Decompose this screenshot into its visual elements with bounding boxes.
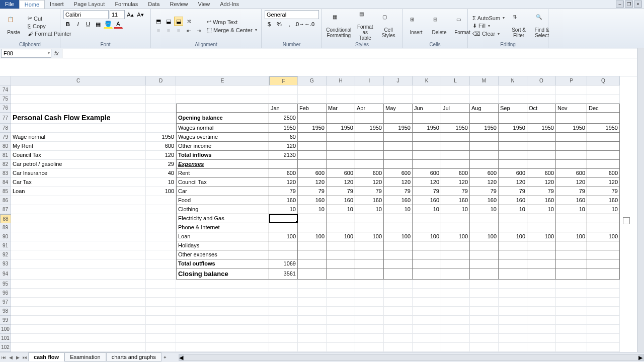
cell-styles-button[interactable]: ▢Cell Styles (378, 13, 399, 39)
cell-I83[interactable]: 600 (355, 169, 384, 178)
cell-Q87[interactable]: 10 (587, 205, 620, 214)
cell-N93[interactable] (499, 259, 527, 268)
cell-J98[interactable] (384, 307, 413, 316)
cell-Q85[interactable]: 79 (587, 187, 620, 196)
cell-O90[interactable]: 100 (527, 232, 556, 241)
cell-J84[interactable]: 120 (384, 178, 413, 187)
cell-N90[interactable]: 100 (499, 232, 527, 241)
cell-J80[interactable] (384, 142, 413, 151)
row-header-93[interactable]: 93 (0, 259, 11, 268)
cell-H96[interactable] (327, 289, 355, 298)
cell-Q74[interactable] (587, 85, 620, 95)
cell-N98[interactable] (499, 307, 527, 316)
cell-E94[interactable]: Closing balance (176, 268, 269, 280)
cell-I95[interactable] (355, 280, 384, 289)
cell-G80[interactable] (298, 142, 327, 151)
cell-K91[interactable] (413, 241, 441, 250)
cell-L80[interactable] (441, 142, 470, 151)
font-color-button[interactable]: A (114, 20, 123, 29)
cell-I84[interactable]: 120 (355, 178, 384, 187)
cell-N79[interactable] (499, 133, 527, 142)
cell-C98[interactable] (11, 307, 146, 316)
cell-J91[interactable] (384, 241, 413, 250)
cell-L87[interactable]: 10 (441, 205, 470, 214)
cell-P101[interactable] (556, 334, 587, 343)
row-header-99[interactable]: 99 (0, 316, 11, 325)
cell-L89[interactable] (441, 223, 470, 232)
cell-L79[interactable] (441, 133, 470, 142)
cell-I74[interactable] (355, 85, 384, 95)
row-header-95[interactable]: 95 (0, 280, 11, 289)
row-header-87[interactable]: 87 (0, 205, 11, 214)
tab-page-layout[interactable]: Page Layout (69, 0, 110, 9)
cell-F91[interactable] (269, 241, 298, 250)
cell-E91[interactable]: Holidays (176, 241, 269, 250)
cell-F88[interactable] (269, 214, 298, 223)
cell-M86[interactable]: 160 (470, 196, 499, 205)
cell-K101[interactable] (413, 334, 441, 343)
cell-I99[interactable] (355, 316, 384, 325)
cell-E96[interactable] (176, 289, 269, 298)
formula-bar[interactable] (62, 49, 644, 58)
cell-N89[interactable] (499, 223, 527, 232)
cell-M83[interactable]: 600 (470, 169, 499, 178)
cell-M78[interactable]: 1950 (470, 124, 499, 133)
cell-N102[interactable] (499, 343, 527, 352)
cell-L84[interactable]: 120 (441, 178, 470, 187)
cell-Q80[interactable] (587, 142, 620, 151)
paste-button[interactable]: 📋 Paste (3, 16, 24, 36)
fx-icon[interactable]: fx (51, 50, 62, 56)
cell-F85[interactable]: 79 (269, 187, 298, 196)
cell-E90[interactable]: Loan (176, 232, 269, 241)
cell-P96[interactable] (556, 289, 587, 298)
cell-O98[interactable] (527, 307, 556, 316)
select-all-corner[interactable] (0, 76, 11, 85)
cell-O79[interactable] (527, 133, 556, 142)
cell-E81[interactable]: Total inflows (176, 151, 269, 160)
cell-P102[interactable] (556, 343, 587, 352)
cell-L98[interactable] (441, 307, 470, 316)
cell-I82[interactable] (355, 160, 384, 169)
cell-H100[interactable] (327, 325, 355, 334)
cell-Q81[interactable] (587, 151, 620, 160)
cell-Q102[interactable] (587, 343, 620, 352)
cell-P77[interactable] (556, 113, 587, 124)
cell-M74[interactable] (470, 85, 499, 95)
cell-C80[interactable]: My Rent (11, 142, 146, 151)
cell-J82[interactable] (384, 160, 413, 169)
bold-button[interactable]: B (63, 20, 72, 29)
col-header-F[interactable]: F (269, 76, 298, 85)
cell-E97[interactable] (176, 298, 269, 307)
align-top[interactable]: ⬒ (154, 17, 163, 26)
row-header-85[interactable]: 85 (0, 187, 11, 196)
cell-I88[interactable] (355, 214, 384, 223)
cell-L94[interactable] (441, 268, 470, 280)
cell-M89[interactable] (470, 223, 499, 232)
cell-D87[interactable] (146, 205, 176, 214)
cell-P84[interactable]: 120 (556, 178, 587, 187)
cell-I78[interactable]: 1950 (355, 124, 384, 133)
cell-G93[interactable] (298, 259, 327, 268)
cell-K84[interactable]: 120 (413, 178, 441, 187)
cell-C87[interactable] (11, 205, 146, 214)
currency-button[interactable]: $ (265, 20, 274, 29)
cell-I89[interactable] (355, 223, 384, 232)
cell-Q98[interactable] (587, 307, 620, 316)
inc-decimal[interactable]: .0→ (295, 20, 304, 29)
font-size-select[interactable] (110, 10, 125, 19)
cell-D81[interactable]: 120 (146, 151, 176, 160)
cell-J87[interactable]: 10 (384, 205, 413, 214)
cell-H93[interactable] (327, 259, 355, 268)
cell-C83[interactable]: Car Insurance (11, 169, 146, 178)
cell-L92[interactable] (441, 250, 470, 259)
cell-C86[interactable] (11, 196, 146, 205)
cell-H85[interactable]: 79 (327, 187, 355, 196)
row-header-94[interactable]: 94 (0, 268, 11, 280)
cell-F93[interactable]: 1069 (269, 259, 298, 268)
cell-O76[interactable]: Oct (527, 104, 556, 113)
autofill-options-tag[interactable] (623, 217, 630, 224)
cell-I97[interactable] (355, 298, 384, 307)
cell-O83[interactable]: 600 (527, 169, 556, 178)
cell-C97[interactable] (11, 298, 146, 307)
cell-I77[interactable] (355, 113, 384, 124)
